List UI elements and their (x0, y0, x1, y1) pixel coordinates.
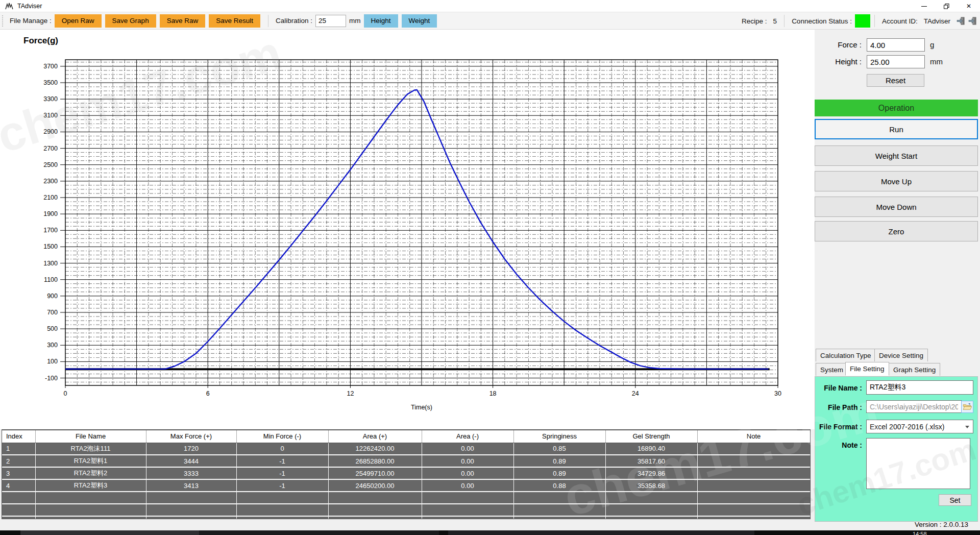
file-format-select[interactable]: Excel 2007-2016 (.xlsx) (866, 420, 973, 433)
close-button[interactable]: ✕ (958, 0, 980, 12)
table-cell (146, 516, 236, 519)
open-folder-icon (963, 403, 972, 410)
table-row[interactable] (2, 492, 810, 504)
table-row[interactable] (2, 504, 810, 516)
set-button[interactable]: Set (939, 494, 971, 506)
toolbar-separator (784, 15, 785, 27)
file-manage-label: File Manage : (10, 17, 52, 25)
open-raw-button[interactable]: Open Raw (55, 14, 102, 28)
table-cell: 3 (2, 467, 35, 479)
table-cell: 0.00 (422, 455, 513, 467)
svg-text:2100: 2100 (43, 194, 58, 201)
svg-text:1700: 1700 (43, 227, 58, 234)
table-row[interactable]: 4RTA2塑料33413-124650200.000.000.8835358.6… (2, 479, 810, 492)
column-header: Max Force (+) (146, 430, 236, 443)
move-up-button[interactable]: Move Up (815, 171, 978, 191)
tab-file-setting[interactable]: File Setting (845, 362, 889, 376)
height-unit-label: mm (930, 57, 943, 66)
table-row[interactable]: 3RTA2塑料23333-125499710.000.000.8934729.8… (2, 467, 810, 479)
height-label: Height : (819, 57, 862, 66)
minimize-button[interactable] (913, 0, 935, 12)
table-cell: -1 (236, 455, 328, 467)
table-cell: RTA2泡沫111 (35, 443, 146, 455)
table-cell (236, 504, 328, 516)
save-graph-button[interactable]: Save Graph (105, 14, 156, 28)
svg-text:0: 0 (64, 390, 67, 397)
column-header: Area (+) (328, 430, 422, 443)
taskbar-clock: 14:58 (913, 531, 927, 535)
save-raw-button[interactable]: Save Raw (160, 14, 206, 28)
table-row[interactable]: 1RTA2泡沫1111720012262420.000.000.8516890.… (2, 443, 810, 455)
weight-button[interactable]: Weight (402, 14, 437, 28)
weight-start-button[interactable]: Weight Start (815, 145, 978, 166)
calibration-label: Calibration : (276, 17, 312, 25)
tab-system[interactable]: System (816, 363, 848, 376)
tab-device-setting[interactable]: Device Setting (874, 349, 928, 361)
table-cell: RTA2塑料1 (35, 455, 146, 467)
run-button[interactable]: Run (815, 119, 978, 139)
force-input[interactable] (867, 38, 925, 52)
table-cell: 24650200.00 (328, 479, 422, 492)
file-path-input[interactable] (866, 400, 962, 413)
svg-text:300: 300 (47, 342, 58, 349)
logout-icon[interactable] (968, 17, 977, 25)
toolbar-separator (874, 15, 875, 27)
svg-text:1300: 1300 (43, 260, 58, 267)
column-header: Note (697, 430, 810, 443)
svg-text:2300: 2300 (43, 178, 58, 185)
svg-text:500: 500 (47, 325, 58, 332)
account-id-value: TAdviser (924, 17, 950, 25)
height-button[interactable]: Height (364, 14, 398, 28)
table-cell: 3333 (146, 467, 236, 479)
table-cell: 35358.68 (605, 479, 697, 492)
table-row[interactable] (2, 516, 810, 519)
table-cell: 3444 (146, 455, 236, 467)
table-cell (697, 443, 810, 455)
connection-status-label: Connection Status : (792, 17, 852, 25)
svg-text:100: 100 (47, 358, 58, 365)
taskbar-segment (199, 530, 439, 535)
toolbar-separator (268, 15, 268, 27)
table-cell: 0.00 (422, 443, 513, 455)
table-cell (2, 504, 35, 516)
file-path-label: File Path : (815, 403, 862, 411)
column-header: File Name (35, 430, 146, 443)
table-cell: 0 (236, 443, 328, 455)
table-cell (513, 504, 605, 516)
table-cell: -1 (236, 467, 328, 479)
table-cell (328, 492, 422, 504)
reset-button[interactable]: Reset (867, 74, 924, 87)
height-input[interactable] (867, 55, 925, 68)
table-cell (35, 516, 146, 519)
table-cell: 26852880.00 (328, 455, 422, 467)
svg-text:-100: -100 (45, 375, 58, 382)
table-cell (236, 516, 328, 519)
title-bar: TAdviser ✕ (0, 0, 980, 12)
table-cell (697, 467, 810, 479)
file-name-input[interactable] (866, 380, 973, 395)
version-label: Version : 2.0.0.13 (0, 521, 968, 528)
table-cell: 4 (2, 479, 35, 492)
svg-text:18: 18 (489, 390, 497, 397)
browse-folder-button[interactable] (961, 401, 973, 413)
zero-button[interactable]: Zero (815, 221, 978, 241)
note-textarea[interactable] (866, 438, 970, 489)
restore-button[interactable] (935, 0, 958, 12)
toolbar-grip (2, 15, 4, 27)
move-down-button[interactable]: Move Down (815, 197, 978, 217)
login-icon[interactable] (957, 17, 965, 25)
table-row[interactable]: 2RTA2塑料13444-126852880.000.000.8935817.6… (2, 455, 810, 467)
table-cell (605, 516, 697, 519)
tab-graph-setting[interactable]: Graph Setting (889, 363, 940, 376)
table-cell (328, 516, 422, 519)
table-cell: -1 (236, 479, 328, 492)
svg-text:2900: 2900 (43, 128, 58, 135)
table-cell (146, 504, 236, 516)
save-result-button[interactable]: Save Result (209, 14, 260, 28)
force-unit-label: g (930, 40, 934, 49)
table-cell: RTA2塑料3 (35, 479, 146, 492)
calibration-input[interactable] (315, 15, 346, 27)
svg-text:900: 900 (47, 293, 58, 300)
tab-calculation-type[interactable]: Calculation Type (816, 349, 876, 361)
recipe-value: 5 (773, 17, 777, 25)
